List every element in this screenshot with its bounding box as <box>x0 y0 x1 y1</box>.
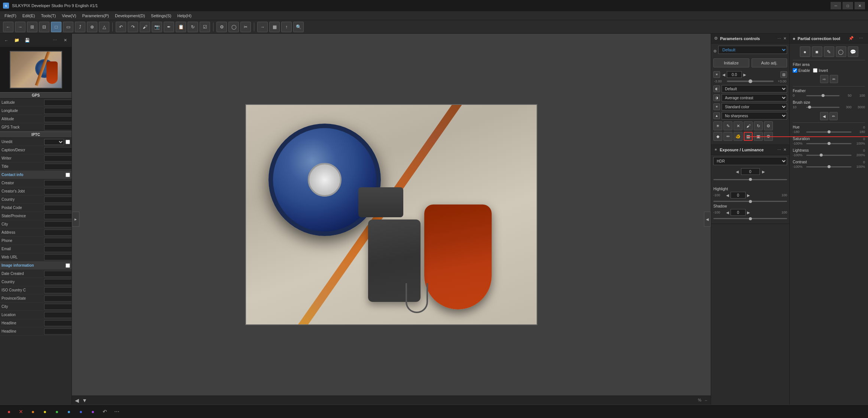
caption-input[interactable] <box>44 147 72 153</box>
brush-track[interactable] <box>806 107 840 108</box>
param-icon-x[interactable]: ✕ <box>734 121 743 130</box>
exposure-increment[interactable]: ▶ <box>743 73 747 77</box>
menu-edit[interactable]: Edit(E) <box>19 13 38 19</box>
left-panel-expand[interactable]: ⋯ <box>51 36 59 45</box>
zoom-tool-icon[interactable]: ◀ <box>820 112 828 120</box>
hdr-dropdown[interactable]: HDR <box>713 157 787 165</box>
province-input[interactable] <box>44 296 72 302</box>
bottom-cyan-circle[interactable]: ● <box>64 407 73 416</box>
tone-dropdown[interactable]: Default <box>722 85 787 93</box>
bottom-red-circle[interactable]: ● <box>4 407 13 416</box>
left-nav-save[interactable]: 💾 <box>23 36 31 45</box>
toolbar-circle[interactable]: ◯ <box>228 22 239 32</box>
longitude-input[interactable] <box>44 108 72 114</box>
toolbar-zoomin[interactable]: ⊕ <box>87 22 97 32</box>
headline2-input[interactable] <box>44 328 72 334</box>
unedit-check[interactable] <box>66 140 70 144</box>
param-icon-pencil[interactable]: ✎ <box>723 121 732 130</box>
image-nav-left[interactable]: ◀ <box>75 397 79 403</box>
params-panel-expand[interactable]: ⋯ <box>777 36 781 40</box>
feather-track[interactable] <box>806 95 840 96</box>
contrast-dropdown[interactable]: Average contrast <box>722 94 787 102</box>
state-input[interactable] <box>44 213 72 219</box>
minimize-button[interactable]: ─ <box>831 2 841 9</box>
pan-tool-icon[interactable]: ✏ <box>829 112 838 120</box>
param-icon-diamond[interactable]: ◆ <box>713 132 722 141</box>
country1-input[interactable] <box>44 197 72 203</box>
shadow-increment[interactable]: ▶ <box>746 210 751 215</box>
bottom-purple-circle[interactable]: ● <box>88 407 97 416</box>
location-input[interactable] <box>44 312 72 318</box>
toolbar-redo[interactable]: ↷ <box>128 22 138 32</box>
toolbar-up[interactable]: ↑ <box>281 22 292 32</box>
exposure-panel-expand[interactable]: ⋯ <box>777 148 781 152</box>
partial-expand-icon[interactable]: ⋯ <box>857 34 865 43</box>
close-button[interactable]: ✕ <box>855 2 865 9</box>
hdr-thumb[interactable] <box>749 178 752 181</box>
menu-help[interactable]: Help(H) <box>174 13 195 19</box>
toolbar-search[interactable]: 🔍 <box>293 22 304 32</box>
contrast-track[interactable] <box>806 166 852 167</box>
highlight-increment[interactable]: ▶ <box>746 193 751 197</box>
phone-input[interactable] <box>44 238 72 244</box>
toolbar-scissors[interactable]: ✒ <box>164 22 174 32</box>
title-input[interactable] <box>44 164 72 170</box>
toolbar-chart[interactable]: ▦ <box>269 22 280 32</box>
postal-input[interactable] <box>44 205 72 211</box>
menu-development[interactable]: Development(D) <box>112 13 148 19</box>
color-dropdown[interactable]: Standard color <box>722 103 787 110</box>
menu-settings[interactable]: Settings(S) <box>148 13 174 19</box>
tool-icon-1[interactable]: ⇨ <box>820 75 828 83</box>
contrast-thumb[interactable] <box>828 165 831 168</box>
param-icon-brush[interactable]: 🖌 <box>744 121 753 130</box>
bottom-green-circle[interactable]: ● <box>52 407 61 416</box>
highlight-track[interactable] <box>713 201 787 202</box>
menu-parameters[interactable]: Parameters(P) <box>79 13 112 19</box>
exposure-panel-close[interactable]: ✕ <box>783 148 786 152</box>
enable-checkbox[interactable] <box>793 68 797 73</box>
bottom-blue-circle[interactable]: ● <box>76 407 85 416</box>
shape-rect[interactable]: ■ <box>812 46 822 57</box>
weburl-input[interactable] <box>44 254 72 260</box>
toolbar-camera[interactable]: 📷 <box>152 22 162 32</box>
sharpness-dropdown[interactable]: No sharpness <box>722 112 787 119</box>
toolbar-grid2[interactable]: ⊟ <box>39 22 49 32</box>
toolbar-fit[interactable]: ⤴ <box>75 22 85 32</box>
toolbar-settings[interactable]: ⚙ <box>216 22 227 32</box>
headline-input[interactable] <box>44 320 72 326</box>
exposure-options[interactable]: ▧ <box>780 71 787 78</box>
params-panel-close[interactable]: ✕ <box>783 36 786 40</box>
hdr-track[interactable] <box>713 179 787 180</box>
brush-thumb[interactable] <box>808 106 811 109</box>
maximize-button[interactable]: □ <box>843 2 853 9</box>
param-icon-gear[interactable]: ⚙ <box>764 121 773 130</box>
toolbar-warning[interactable]: △ <box>99 22 109 32</box>
writer-input[interactable] <box>44 155 72 161</box>
country2-input[interactable] <box>44 279 72 285</box>
toolbar-check[interactable]: ☑ <box>200 22 210 32</box>
param-icon-rotate[interactable]: ↻ <box>754 121 763 130</box>
toolbar-rotate[interactable]: ↻ <box>188 22 198 32</box>
city1-input[interactable] <box>44 221 72 227</box>
left-scroll-area[interactable]: GPS Latitude Longitude Altitude GPS Trac… <box>0 92 72 405</box>
initialize-button[interactable]: Initialize <box>713 58 749 67</box>
bottom-x-mark[interactable]: ✕ <box>16 407 25 416</box>
toolbar-compare[interactable]: ▭ <box>63 22 73 32</box>
param-icon-edit[interactable]: ✏ <box>723 132 732 141</box>
shape-circle[interactable]: ● <box>800 46 810 57</box>
param-icon-grid[interactable]: ▣ <box>754 132 763 141</box>
contact-info-check[interactable] <box>66 173 70 177</box>
menu-file[interactable]: File(F) <box>1 13 19 19</box>
feather-thumb[interactable] <box>822 94 825 97</box>
shape-ellipse[interactable]: ◯ <box>836 46 846 57</box>
hdr-increment[interactable]: ▶ <box>761 170 766 174</box>
address-input[interactable] <box>44 230 72 236</box>
shape-bubble[interactable]: 💬 <box>848 46 858 57</box>
right-collapse-button[interactable]: ◀ <box>704 212 711 227</box>
exposure-thumb[interactable] <box>749 79 752 83</box>
city2-input[interactable] <box>44 304 72 310</box>
param-icon-settings2[interactable]: ⚙ <box>764 132 773 141</box>
highlight-thumb[interactable] <box>749 200 752 203</box>
param-icon-sun[interactable]: ☀ <box>713 121 722 130</box>
sat-thumb[interactable] <box>828 142 831 145</box>
